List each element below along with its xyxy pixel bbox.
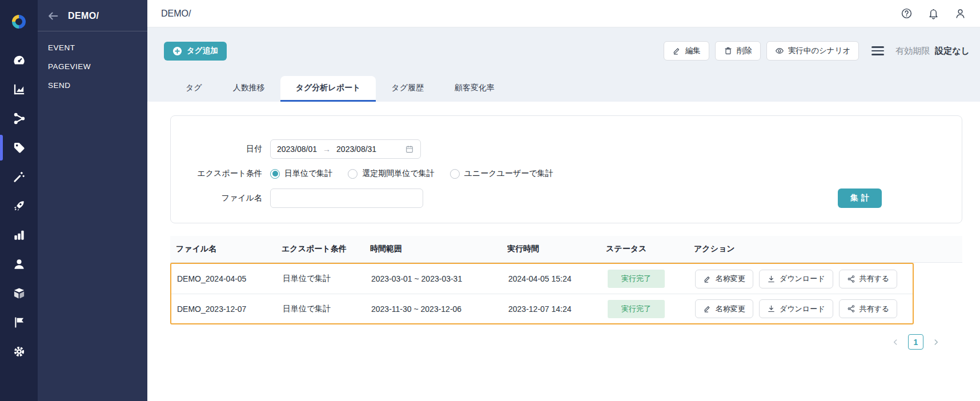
rail-item-campaign[interactable] [0,191,38,220]
pagination-page-1[interactable]: 1 [908,334,923,350]
download-button[interactable]: ダウンロード [759,299,833,318]
settings-gear-icon [13,345,26,358]
page-title: DEMO/ [161,9,191,19]
pagination: 1 [170,334,962,350]
radio-dot [348,169,358,179]
trash-icon [724,46,733,55]
cell-filename: DEMO_2024-04-05 [171,274,277,283]
expiry-info: 有効期限 設定なし [895,46,970,57]
export-condition-radios: 日単位で集計 選定期間単位で集計 ユニークユーザーで集計 [270,169,553,179]
share-network-icon [13,112,26,125]
rail-item-integrations[interactable] [0,279,38,308]
magic-wand-icon [13,170,26,183]
download-icon [767,304,776,313]
status-badge: 実行完了 [608,270,665,288]
download-button[interactable]: ダウンロード [759,270,833,288]
package-icon [13,287,26,300]
user-icon [13,258,26,271]
cell-condition: 日単位で集計 [277,274,366,284]
cell-condition: 日単位で集計 [277,304,366,314]
rail-item-reports[interactable] [0,220,38,250]
logo-icon [10,13,27,30]
dashboard-gauge-icon [13,54,26,67]
menu-hamburger-icon[interactable] [871,46,884,55]
date-range-input[interactable]: 2023/08/01 → 2023/08/31 [270,139,421,159]
rail-item-tags[interactable] [0,133,38,162]
tab-tag-analysis-report[interactable]: タグ分析レポート [280,76,376,102]
share-icon [847,304,856,313]
edit-button[interactable]: 編集 [664,41,709,61]
back-arrow-icon[interactable] [47,10,59,22]
add-tag-button[interactable]: タグ追加 [164,42,227,61]
area-chart-icon [13,83,26,96]
rocket-icon [13,199,26,212]
tab-customer-change-rate[interactable]: 顧客変化率 [439,76,510,102]
reports-table: ファイル名 エクスポート条件 時間範囲 実行時間 ステータス アクション DEM… [170,236,962,324]
bar-chart-icon [13,228,26,242]
radio-daily-aggregate[interactable]: 日単位で集計 [270,169,332,179]
share-button[interactable]: 共有する [839,299,898,318]
rail-item-analytics[interactable] [0,75,38,104]
status-badge: 実行完了 [608,300,665,318]
radio-dot [450,169,460,179]
column-header-status: ステータス [600,244,688,254]
tab-tag-history[interactable]: タグ履歴 [376,76,439,102]
rail-item-automation[interactable] [0,162,38,191]
notifications-bell-icon[interactable] [927,7,939,19]
sidebar-item-event[interactable]: EVENT [38,38,147,57]
calendar-icon [405,145,414,154]
rail-item-share[interactable] [0,104,38,133]
date-from-value: 2023/08/01 [277,145,317,154]
flag-icon [13,316,26,329]
column-header-filename: ファイル名 [170,244,276,254]
export-form: 日付 2023/08/01 → 2023/08/31 エクスポート条件 日単位で… [170,115,962,223]
aggregate-submit-button[interactable]: 集計 [838,189,882,208]
download-icon [767,275,776,283]
pencil-icon [672,46,681,55]
date-to-value: 2023/08/31 [336,145,376,154]
radio-unique-users-aggregate[interactable]: ユニークユーザーで集計 [450,169,553,179]
cell-filename: DEMO_2023-12-07 [171,304,277,314]
icon-rail [0,0,38,401]
table-header-row: ファイル名 エクスポート条件 時間範囲 実行時間 ステータス アクション [170,236,962,263]
cell-range: 2023-11-30 ~ 2023-12-06 [366,304,503,314]
column-header-range: 時間範囲 [364,244,501,254]
sidebar-title: DEMO/ [68,11,99,21]
sidebar-item-send[interactable]: SEND [38,76,147,95]
top-header: DEMO/ [147,0,980,27]
export-condition-label: エクスポート条件 [171,169,262,179]
rail-item-dashboard[interactable] [0,46,38,75]
delete-button[interactable]: 削除 [715,41,761,61]
share-button[interactable]: 共有する [839,270,898,288]
column-header-executed: 実行時間 [501,244,600,254]
radio-dot [270,169,280,179]
rail-item-users[interactable] [0,250,38,279]
rename-button[interactable]: 名称変更 [695,270,753,288]
tab-tags[interactable]: タグ [170,76,218,102]
expiry-value: 設定なし [935,46,970,57]
share-icon [847,275,856,283]
rename-button[interactable]: 名称変更 [695,299,753,318]
help-icon[interactable] [901,7,913,19]
pagination-next-icon[interactable] [931,337,941,347]
app-logo[interactable] [10,6,27,38]
date-range-arrow-icon: → [323,145,331,154]
rail-item-settings[interactable] [0,337,38,366]
table-row: DEMO_2023-12-07 日単位で集計 2023-11-30 ~ 2023… [171,294,913,323]
tab-bar: タグ 人数推移 タグ分析レポート タグ履歴 顧客変化率 [170,76,980,102]
radio-period-aggregate[interactable]: 選定期間単位で集計 [348,169,434,179]
running-scenario-button[interactable]: 実行中のシナリオ [766,41,859,61]
pagination-prev-icon[interactable] [890,337,901,347]
tag-icon [13,141,26,154]
cell-executed: 2023-12-07 14:24 [503,304,601,314]
filename-label: ファイル名 [171,193,262,203]
table-row: DEMO_2024-04-05 日単位で集計 2023-03-01 ~ 2023… [171,264,913,294]
rail-item-goals[interactable] [0,308,38,337]
cell-executed: 2024-04-05 15:24 [503,274,601,283]
account-user-icon[interactable] [954,7,966,19]
toolbar: タグ追加 編集 削除 実行中のシナリオ 有効期限 設定なし [164,41,970,61]
tab-population-trend[interactable]: 人数推移 [218,76,280,102]
sidebar-item-pageview[interactable]: PAGEVIEW [38,57,147,76]
filename-input[interactable] [270,189,423,208]
pencil-icon [703,275,712,283]
